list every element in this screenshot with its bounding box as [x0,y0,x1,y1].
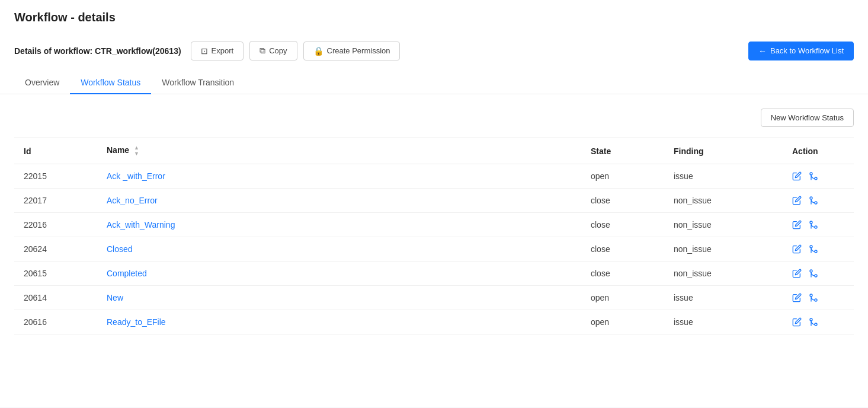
table-row: 20616 Ready_to_EFile open issue [14,310,854,334]
copy-label: Copy [269,46,287,55]
name-link-5[interactable]: New [107,293,123,302]
copy-button[interactable]: ⧉ Copy [249,41,297,60]
cell-name-4[interactable]: Completed [97,262,581,286]
cell-action-0 [783,164,854,189]
cell-state-2: close [581,213,664,237]
cell-action-6 [783,310,854,334]
table-row: 22017 Ack_no_Error close non_issue [14,189,854,213]
table-row: 22016 Ack_with_Warning close non_issue [14,213,854,237]
cell-name-6[interactable]: Ready_to_EFile [97,310,581,334]
cell-id-1: 22017 [14,189,97,213]
cell-name-2[interactable]: Ack_with_Warning [97,213,581,237]
cell-action-2 [783,213,854,237]
branch-icon-5[interactable] [809,293,818,302]
name-link-1[interactable]: Ack_no_Error [107,196,158,205]
cell-state-1: close [581,189,664,213]
back-label: Back to Workflow List [770,46,844,55]
cell-action-3 [783,237,854,262]
col-header-name[interactable]: Name ▲ ▼ [97,138,581,164]
cell-action-1 [783,189,854,213]
name-link-2[interactable]: Ack_with_Warning [107,220,175,230]
cell-state-6: open [581,310,664,334]
cell-finding-2: non_issue [664,213,783,237]
export-button[interactable]: ⊡ Export [191,42,244,60]
tab-workflow-status[interactable]: Workflow Status [70,72,151,94]
cell-name-3[interactable]: Closed [97,237,581,262]
main-content: New Workflow Status Id Name ▲ ▼ State Fi… [0,94,868,407]
back-to-workflow-list-button[interactable]: ← Back to Workflow List [748,42,854,60]
export-icon: ⊡ [201,46,208,56]
cell-id-3: 20624 [14,237,97,262]
edit-icon-4[interactable] [792,269,802,278]
workflow-label: Details of workflow: CTR_workflow(20613) [14,46,181,56]
tab-workflow-transition[interactable]: Workflow Transition [151,72,245,94]
name-link-6[interactable]: Ready_to_EFile [107,317,166,327]
cell-finding-1: non_issue [664,189,783,213]
back-arrow-icon: ← [758,46,767,56]
col-header-action: Action [783,138,854,164]
tabs: Overview Workflow Status Workflow Transi… [14,71,854,94]
col-header-id: Id [14,138,97,164]
toolbar: Details of workflow: CTR_workflow(20613)… [14,34,854,69]
cell-finding-6: issue [664,310,783,334]
cell-id-2: 22016 [14,213,97,237]
name-sort-icon: ▲ ▼ [134,145,139,157]
cell-id-6: 20616 [14,310,97,334]
edit-icon-2[interactable] [792,220,802,230]
cell-state-5: open [581,286,664,310]
table-row: 20614 New open issue [14,286,854,310]
cell-state-3: close [581,237,664,262]
new-workflow-status-label: New Workflow Status [771,113,844,122]
export-label: Export [212,46,234,55]
name-link-4[interactable]: Completed [107,269,147,278]
name-link-0[interactable]: Ack _with_Error [107,171,165,181]
branch-icon-3[interactable] [809,244,818,254]
branch-icon-2[interactable] [809,220,818,230]
edit-icon-6[interactable] [792,317,802,327]
name-link-3[interactable]: Closed [107,244,133,254]
tab-overview[interactable]: Overview [14,72,70,94]
table-header-row: Id Name ▲ ▼ State Finding Action [14,138,854,164]
lock-icon: 🔒 [313,46,324,56]
copy-icon: ⧉ [260,46,265,56]
cell-id-4: 20615 [14,262,97,286]
cell-action-5 [783,286,854,310]
cell-finding-5: issue [664,286,783,310]
table-row: 22015 Ack _with_Error open issue [14,164,854,189]
new-workflow-status-button[interactable]: New Workflow Status [761,109,854,127]
workflow-status-table: Id Name ▲ ▼ State Finding Action 22015 A… [14,138,854,334]
create-permission-label: Create Permission [327,46,390,55]
col-header-finding: Finding [664,138,783,164]
cell-finding-3: non_issue [664,237,783,262]
toolbar-left: Details of workflow: CTR_workflow(20613)… [14,41,400,60]
cell-action-4 [783,262,854,286]
edit-icon-5[interactable] [792,293,802,302]
cell-id-0: 22015 [14,164,97,189]
branch-icon-6[interactable] [809,317,818,327]
branch-icon-4[interactable] [809,269,818,278]
edit-icon-3[interactable] [792,244,802,254]
cell-name-1[interactable]: Ack_no_Error [97,189,581,213]
cell-finding-0: issue [664,164,783,189]
branch-icon-0[interactable] [809,171,818,181]
cell-name-5[interactable]: New [97,286,581,310]
cell-name-0[interactable]: Ack _with_Error [97,164,581,189]
table-row: 20624 Closed close non_issue [14,237,854,262]
edit-icon-1[interactable] [792,196,802,205]
content-toolbar: New Workflow Status [14,109,854,127]
col-header-state: State [581,138,664,164]
cell-finding-4: non_issue [664,262,783,286]
page-title: Workflow - details [14,11,854,24]
create-permission-button[interactable]: 🔒 Create Permission [303,42,401,60]
cell-id-5: 20614 [14,286,97,310]
cell-state-4: close [581,262,664,286]
cell-state-0: open [581,164,664,189]
branch-icon-1[interactable] [809,196,818,205]
edit-icon-0[interactable] [792,171,802,181]
table-row: 20615 Completed close non_issue [14,262,854,286]
